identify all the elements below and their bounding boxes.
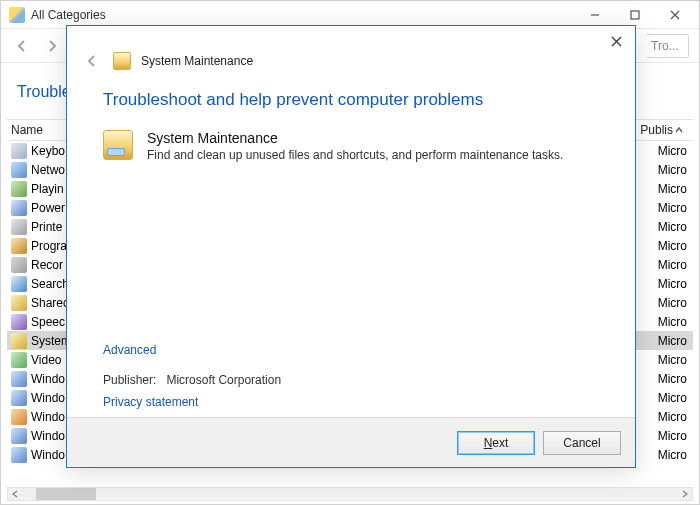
list-item-label: Windo [31, 410, 65, 424]
publisher-row: Publisher: Microsoft Corporation [103, 373, 599, 387]
parent-title: All Categories [31, 8, 106, 22]
list-item-label: Netwo [31, 163, 65, 177]
back-button[interactable] [11, 35, 33, 57]
search-input[interactable]: Tro... [647, 34, 689, 58]
list-item-label: Windo [31, 372, 65, 386]
list-item-icon [11, 333, 27, 349]
list-item-label: Progra [31, 239, 67, 253]
list-item-label: Windo [31, 448, 65, 462]
list-item-label: Video [31, 353, 61, 367]
list-item-publisher: Micro [658, 201, 687, 215]
list-item-publisher: Micro [658, 448, 687, 462]
list-item-publisher: Micro [658, 163, 687, 177]
list-item-icon [11, 257, 27, 273]
list-item-label: Power [31, 201, 65, 215]
list-item-icon [11, 200, 27, 216]
list-item-icon [11, 409, 27, 425]
list-item-publisher: Micro [658, 334, 687, 348]
svg-rect-0 [631, 11, 639, 19]
list-item-publisher: Micro [658, 353, 687, 367]
item-title: System Maintenance [147, 130, 563, 146]
list-item-icon [11, 371, 27, 387]
list-item-publisher: Micro [658, 220, 687, 234]
dialog-buttons: Next Cancel [67, 417, 635, 467]
list-item-publisher: Micro [658, 429, 687, 443]
list-item-label: Windo [31, 429, 65, 443]
system-maintenance-icon [113, 52, 131, 70]
list-item-icon [11, 314, 27, 330]
scrollbar-thumb[interactable] [36, 488, 96, 500]
list-item-publisher: Micro [658, 372, 687, 386]
list-item-icon [11, 352, 27, 368]
list-item-icon [11, 219, 27, 235]
list-item-icon [11, 447, 27, 463]
forward-button[interactable] [41, 35, 63, 57]
list-item-icon [11, 162, 27, 178]
troubleshooter-dialog: System Maintenance Troubleshoot and help… [66, 25, 636, 468]
list-item-publisher: Micro [658, 277, 687, 291]
scroll-right-icon[interactable] [678, 488, 692, 500]
list-item-publisher: Micro [658, 182, 687, 196]
list-item-label: Playin [31, 182, 64, 196]
list-item-label: Speec [31, 315, 65, 329]
list-item-label: Printe [31, 220, 62, 234]
dialog-back-button[interactable] [81, 50, 103, 72]
sort-asc-icon [675, 123, 683, 131]
close-button[interactable] [655, 2, 695, 28]
list-item-publisher: Micro [658, 391, 687, 405]
scroll-left-icon[interactable] [8, 488, 22, 500]
maintenance-large-icon [103, 130, 133, 160]
list-item-icon [11, 390, 27, 406]
maximize-button[interactable] [615, 2, 655, 28]
list-item-publisher: Micro [658, 239, 687, 253]
list-item-icon [11, 181, 27, 197]
advanced-link[interactable]: Advanced [103, 343, 599, 357]
trouble-heading: Trouble [17, 83, 71, 101]
privacy-link[interactable]: Privacy statement [103, 395, 599, 409]
list-item-label: Recor [31, 258, 63, 272]
publisher-value: Microsoft Corporation [166, 373, 281, 387]
list-item-label: Sharec [31, 296, 69, 310]
minimize-button[interactable] [575, 2, 615, 28]
col-publisher[interactable]: Publis [640, 123, 673, 137]
category-icon [9, 7, 25, 23]
list-item-label: Windo [31, 391, 65, 405]
list-item-icon [11, 238, 27, 254]
list-item-label: System [31, 334, 71, 348]
list-item-icon [11, 143, 27, 159]
list-item-publisher: Micro [658, 410, 687, 424]
item-description: Find and clean up unused files and short… [147, 148, 563, 162]
col-name[interactable]: Name [11, 123, 43, 137]
next-button[interactable]: Next [457, 431, 535, 455]
list-item-publisher: Micro [658, 144, 687, 158]
list-item-publisher: Micro [658, 258, 687, 272]
list-item-publisher: Micro [658, 315, 687, 329]
list-item-icon [11, 295, 27, 311]
list-item-label: Search [31, 277, 69, 291]
horizontal-scrollbar[interactable] [7, 487, 693, 501]
dialog-heading: Troubleshoot and help prevent computer p… [103, 90, 599, 110]
cancel-button[interactable]: Cancel [543, 431, 621, 455]
list-item-icon [11, 428, 27, 444]
list-item-icon [11, 276, 27, 292]
dialog-title: System Maintenance [141, 54, 253, 68]
publisher-label: Publisher: [103, 373, 156, 387]
list-item-label: Keybo [31, 144, 65, 158]
list-item-publisher: Micro [658, 296, 687, 310]
